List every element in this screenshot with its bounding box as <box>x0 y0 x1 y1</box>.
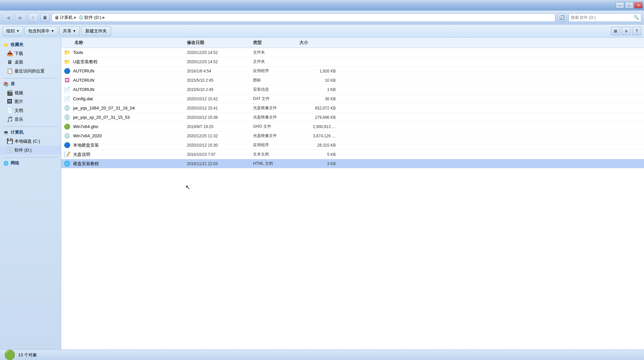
file-size-cell: 10 KB <box>299 78 339 83</box>
table-row[interactable]: 💿 pe_yqs_xp_20_07_31_15_53 2020/10/12 15… <box>61 113 644 122</box>
divider-3 <box>3 157 58 158</box>
file-type-cell: 文件夹 <box>253 50 299 55</box>
table-row[interactable]: 📁 Tools 2020/12/25 14:52 文件夹 <box>61 48 644 57</box>
sidebar-item-video[interactable]: 🎬 视频 <box>0 88 61 97</box>
table-row[interactable]: 📁 U盘安装教程 2020/12/25 14:52 文件夹 <box>61 57 644 67</box>
sidebar-item-recent[interactable]: 📋 最近访问的位置 <box>0 67 61 75</box>
up-button[interactable]: ↑ <box>28 13 38 22</box>
sidebar-item-pictures[interactable]: 🖼 图片 <box>0 97 61 106</box>
toolbar-right: ⊞ ≡ ? <box>611 27 641 35</box>
table-row[interactable]: 🔵 AUTORUN 2016/1/8 4:54 应用程序 1,926 KB <box>61 67 644 76</box>
archive-button[interactable]: 包含到库中 ▼ <box>24 26 58 36</box>
header-date[interactable]: 修改日期 <box>187 40 253 46</box>
back-button[interactable]: ◀ <box>3 13 13 22</box>
sidebar-item-documents[interactable]: 📄 文档 <box>0 106 61 115</box>
header-name[interactable]: 名称 <box>61 40 187 46</box>
favorites-label: 收藏夹 <box>11 42 23 48</box>
file-name-cell: 🔵 AUTORUN <box>61 68 187 74</box>
close-button[interactable]: ✕ <box>634 2 643 9</box>
location-icon[interactable]: 🖥 <box>40 13 50 22</box>
sidebar-section-computer: 💻 计算机 💾 本地磁盘 (C:) 💿 软件 (D:) <box>0 128 61 155</box>
file-name-cell: 📁 Tools <box>61 49 187 56</box>
file-date-cell: 2020/10/12 15:36 <box>187 115 253 120</box>
recent-icon: 📋 <box>7 68 13 74</box>
file-name-cell: 📝 光盘说明 <box>61 151 187 158</box>
sidebar-item-c-drive[interactable]: 💾 本地磁盘 (C:) <box>0 137 61 146</box>
status-count: 13 个对象 <box>18 352 37 358</box>
table-row[interactable]: 💿 pe_yqs_1064_20_07_31_16_04 2020/10/12 … <box>61 104 644 113</box>
sidebar-item-d-drive[interactable]: 💿 软件 (D:) <box>0 146 61 155</box>
computer-icon: 🖥 <box>55 15 59 20</box>
file-date-cell: 2016/1/8 4:54 <box>187 69 253 73</box>
file-type-icon: 📄 <box>64 86 70 93</box>
view-toggle-button[interactable]: ⊞ <box>611 27 620 35</box>
file-type-icon: 🔵 <box>64 142 70 148</box>
table-row[interactable]: 📄 AUTORUN 2015/5/10 2:45 安装信息 1 KB <box>61 85 644 94</box>
main-layout: ⭐ 收藏夹 📥 下载 🖥 桌面 📋 最近访问的位置 📚 库 <box>0 38 644 349</box>
documents-label: 文档 <box>15 108 23 113</box>
search-box[interactable]: 🔍 <box>569 13 641 22</box>
file-name: pe_yqs_xp_20_07_31_15_53 <box>73 115 130 120</box>
table-row[interactable]: 🖼 AUTORUN 2015/5/10 2:45 图标 10 KB <box>61 76 644 85</box>
minimize-button[interactable]: ─ <box>616 2 624 9</box>
file-date-cell: 2020/12/25 14:52 <box>187 50 253 55</box>
file-name-cell: 💿 pe_yqs_xp_20_07_31_15_53 <box>61 114 187 120</box>
file-name-cell: 🔵 本地硬盘安装 <box>61 142 187 148</box>
sidebar-network-title[interactable]: 🌐 网络 <box>0 159 61 167</box>
file-name: Win7x64.gho <box>73 124 98 129</box>
file-date-cell: 2020/10/12 15:30 <box>187 143 253 148</box>
file-type-cell: 光盘映像文件 <box>253 133 299 139</box>
status-app-icon: 🟢 <box>4 349 16 360</box>
sidebar-item-desktop[interactable]: 🖥 桌面 <box>0 58 61 67</box>
file-size-cell: 652,072 KB <box>299 106 339 111</box>
sidebar-item-downloads[interactable]: 📥 下载 <box>0 49 61 58</box>
table-row[interactable]: 💿 Win7x64_2020 2020/12/25 11:32 光盘映像文件 3… <box>61 131 644 141</box>
path-arrow-2: ▶ <box>103 16 105 19</box>
search-icon: 🔍 <box>634 15 639 20</box>
table-row[interactable]: 🟢 Win7x64.gho 2019/9/7 19:25 GHO 文件 2,90… <box>61 122 644 131</box>
table-row[interactable]: 🔵 本地硬盘安装 2020/10/12 15:30 应用程序 28,315 KB <box>61 141 644 150</box>
file-date-cell: 2015/5/10 2:45 <box>187 78 253 83</box>
table-row[interactable]: 🌐 硬盘安装教程 2016/11/21 22:03 HTML 文档 3 KB <box>61 159 644 168</box>
file-type-cell: GHO 文件 <box>253 124 299 129</box>
forward-button[interactable]: ▶ <box>15 13 26 22</box>
file-type-cell: HTML 文档 <box>253 161 299 166</box>
header-size[interactable]: 大小 <box>299 40 339 46</box>
table-row[interactable]: 📝 光盘说明 2016/10/23 7:07 文本文档 5 KB <box>61 150 644 159</box>
file-size-cell: 1,926 KB <box>299 69 339 73</box>
address-path[interactable]: 🖥 计算机 ▶ 💿 软件 (D:) ▶ <box>52 13 555 22</box>
search-input[interactable] <box>571 15 632 20</box>
file-type-icon: 💿 <box>64 114 70 120</box>
help-button[interactable]: ? <box>632 27 641 35</box>
file-name: Config.dat <box>73 96 93 101</box>
sidebar-section-network: 🌐 网络 <box>0 159 61 167</box>
c-drive-label: 本地磁盘 (C:) <box>15 138 40 144</box>
share-button[interactable]: 共享 ▼ <box>59 26 80 36</box>
file-date-cell: 2016/11/21 22:03 <box>187 161 253 166</box>
file-size-cell: 279,696 KB <box>299 115 339 120</box>
new-folder-button[interactable]: 新建文件夹 <box>81 26 111 36</box>
refresh-button[interactable]: 🔄 <box>557 13 567 22</box>
title-bar: ─ □ ✕ <box>0 0 644 11</box>
header-type[interactable]: 类型 <box>253 40 299 46</box>
c-drive-icon: 💾 <box>7 138 13 144</box>
sidebar-item-music[interactable]: 🎵 音乐 <box>0 115 61 124</box>
table-row[interactable]: 📄 Config.dat 2020/10/12 15:42 DAT 文件 36 … <box>61 94 644 104</box>
organize-button[interactable]: 组织 ▼ <box>3 26 23 36</box>
empty-area[interactable] <box>61 168 644 268</box>
sidebar-section-favorites: ⭐ 收藏夹 📥 下载 🖥 桌面 📋 最近访问的位置 <box>0 40 61 75</box>
share-label: 共享 <box>63 28 71 34</box>
drive-icon: 💿 <box>78 15 84 20</box>
file-name: Win7x64_2020 <box>73 133 102 138</box>
file-name: AUTORUN <box>73 68 94 73</box>
file-type-icon: 💿 <box>64 105 70 111</box>
sidebar-computer-title[interactable]: 💻 计算机 <box>0 128 61 137</box>
maximize-button[interactable]: □ <box>625 2 633 9</box>
d-drive-label: 软件 (D:) <box>15 147 31 153</box>
archive-arrow-icon: ▼ <box>51 29 54 33</box>
sidebar-library-title[interactable]: 📚 库 <box>0 80 61 88</box>
sidebar-favorites-title[interactable]: ⭐ 收藏夹 <box>0 40 61 49</box>
file-type-icon: 🟢 <box>64 123 70 130</box>
view-list-button[interactable]: ≡ <box>622 27 631 35</box>
network-icon: 🌐 <box>3 161 9 166</box>
